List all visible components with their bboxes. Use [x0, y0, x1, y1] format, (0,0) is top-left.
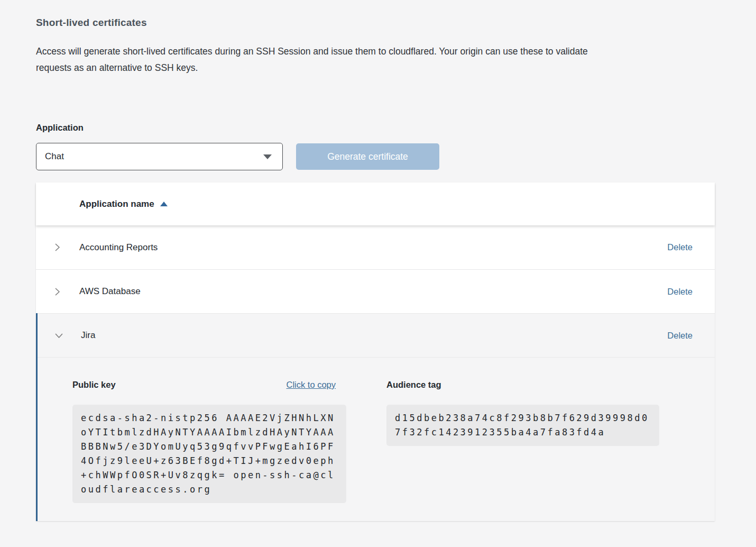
table-row-jira[interactable]: Jira Delete — [38, 313, 715, 357]
certificate-detail-panel: Public key Click to copy ecdsa-sha2-nist… — [38, 357, 715, 521]
chevron-right-icon — [53, 243, 62, 252]
expand-cell[interactable] — [36, 243, 79, 252]
short-lived-certificates-page: Short-lived certificates Access will gen… — [0, 0, 756, 521]
chevron-right-icon — [53, 287, 62, 296]
certificate-controls: Chat Generate certificate — [36, 143, 715, 170]
audience-tag-column: Audience tag d15dbeb238a74c8f293b8b7f629… — [386, 380, 659, 503]
public-key-column: Public key Click to copy ecdsa-sha2-nist… — [72, 380, 346, 503]
delete-link[interactable]: Delete — [667, 287, 693, 297]
application-label: Application — [36, 123, 715, 133]
sort-ascending-icon — [160, 202, 168, 206]
public-key-label: Public key — [72, 380, 116, 390]
chevron-down-icon — [54, 331, 63, 340]
public-key-value: ecdsa-sha2-nistp256 AAAAE2VjZHNhLXNoYTIt… — [72, 405, 346, 503]
page-title: Short-lived certificates — [36, 17, 715, 29]
click-to-copy-link[interactable]: Click to copy — [286, 380, 336, 390]
collapse-cell[interactable] — [38, 331, 81, 340]
application-name: Accounting Reports — [79, 242, 667, 253]
delete-link[interactable]: Delete — [667, 331, 693, 341]
column-header-label: Application name — [79, 199, 154, 209]
audience-tag-label: Audience tag — [386, 380, 441, 390]
expanded-row-container: Jira Delete Public key Click to copy ecd… — [36, 313, 715, 521]
application-select[interactable]: Chat — [36, 143, 283, 170]
table-row-aws-database[interactable]: AWS Database Delete — [36, 269, 715, 313]
table-row-accounting-reports[interactable]: Accounting Reports Delete — [36, 225, 715, 269]
delete-link[interactable]: Delete — [667, 242, 693, 252]
expand-cell[interactable] — [36, 287, 79, 296]
certificates-table: Application name Accounting Reports Dele… — [36, 183, 715, 521]
generate-certificate-button[interactable]: Generate certificate — [296, 143, 439, 170]
application-select-value: Chat — [45, 151, 64, 162]
application-name-column-header[interactable]: Application name — [79, 199, 168, 209]
application-name: Jira — [81, 330, 667, 341]
public-key-header: Public key Click to copy — [72, 380, 346, 390]
caret-down-icon — [263, 154, 272, 159]
page-description: Access will generate short-lived certifi… — [36, 43, 617, 76]
audience-tag-header: Audience tag — [386, 380, 659, 390]
audience-tag-value: d15dbeb238a74c8f293b8b7f629d39998d07f32f… — [386, 405, 659, 446]
table-header: Application name — [36, 183, 715, 225]
application-name: AWS Database — [79, 286, 667, 297]
